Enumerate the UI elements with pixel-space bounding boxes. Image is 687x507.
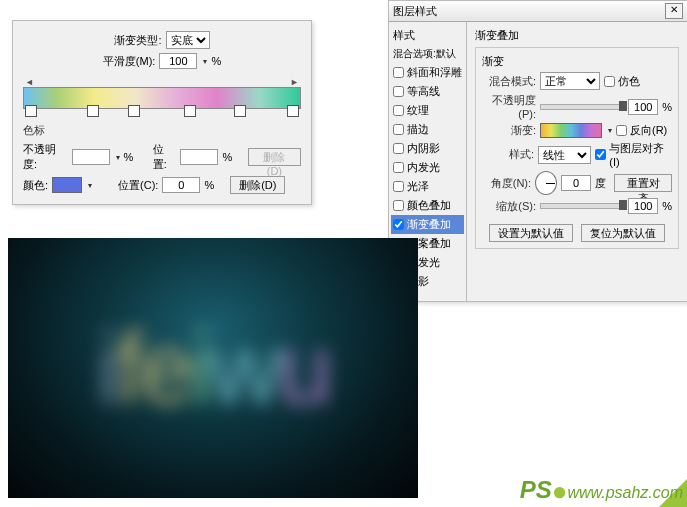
blend-mode-select[interactable]: 正常 — [540, 72, 600, 90]
color-label: 颜色: — [23, 178, 48, 193]
gradient-bar-area: ◄► — [23, 77, 301, 109]
angle-label: 角度(N): — [482, 176, 531, 191]
scale-slider[interactable] — [540, 203, 624, 209]
effect-item[interactable]: 渐变叠加 — [391, 215, 464, 234]
effect-item[interactable]: 颜色叠加 — [391, 196, 464, 215]
stops-section-title: 色标 — [23, 123, 301, 138]
scale-label: 缩放(S): — [482, 199, 536, 214]
effect-label: 渐变叠加 — [407, 217, 451, 232]
dropdown-icon[interactable]: ▾ — [608, 126, 612, 135]
reverse-checkbox[interactable]: 反向(R) — [616, 123, 667, 138]
percent-label: % — [124, 151, 134, 163]
effect-label: 颜色叠加 — [407, 198, 451, 213]
result-preview: ifeiwu — [8, 238, 418, 498]
gradient-editor-panel: 渐变类型: 实底 平滑度(M): ▾ % ◄► 色标 不透明度: ▾ % 位置:… — [12, 20, 312, 205]
dialog-titlebar[interactable]: 图层样式 ✕ — [389, 1, 687, 22]
effect-item[interactable]: 斜面和浮雕 — [391, 63, 464, 82]
preview-text: ifeiwu — [8, 238, 418, 498]
close-icon[interactable]: ✕ — [665, 3, 683, 19]
effect-checkbox[interactable] — [393, 124, 404, 135]
effect-label: 纹理 — [407, 103, 429, 118]
gradient-stop[interactable] — [287, 105, 299, 117]
effect-item[interactable]: 光泽 — [391, 177, 464, 196]
percent-label: % — [204, 179, 214, 191]
effect-checkbox[interactable] — [393, 105, 404, 116]
effect-label: 内阴影 — [407, 141, 440, 156]
stop-opacity-label: 不透明度: — [23, 142, 68, 172]
effect-label: 斜面和浮雕 — [407, 65, 462, 80]
color-position-input[interactable] — [162, 177, 200, 193]
effect-item[interactable]: 纹理 — [391, 101, 464, 120]
reset-default-button[interactable]: 复位为默认值 — [581, 224, 665, 242]
set-default-button[interactable]: 设置为默认值 — [489, 224, 573, 242]
gradient-type-label: 渐变类型: — [114, 33, 161, 48]
stop-position-label: 位置: — [153, 142, 177, 172]
angle-dial[interactable] — [535, 171, 557, 195]
opacity-label: 不透明度(P): — [482, 93, 536, 120]
opacity-slider[interactable] — [540, 104, 624, 110]
dropdown-icon: ▾ — [116, 153, 120, 162]
effect-item[interactable]: 内发光 — [391, 158, 464, 177]
dialog-title: 图层样式 — [393, 4, 437, 19]
gradient-label: 渐变: — [482, 123, 536, 138]
color-position-label: 位置(C): — [118, 178, 158, 193]
group-title: 渐变叠加 — [475, 28, 679, 43]
smoothness-label: 平滑度(M): — [103, 54, 156, 69]
gradient-stop[interactable] — [184, 105, 196, 117]
gradient-stop[interactable] — [128, 105, 140, 117]
effect-item[interactable]: 描边 — [391, 120, 464, 139]
effect-label: 等高线 — [407, 84, 440, 99]
delete-stop-button: 删除(D) — [248, 148, 301, 166]
dither-checkbox[interactable]: 仿色 — [604, 74, 640, 89]
smoothness-input[interactable] — [159, 53, 197, 69]
opacity-input[interactable] — [628, 99, 658, 115]
styles-header: 样式 — [391, 26, 464, 45]
effect-label: 内发光 — [407, 160, 440, 175]
effect-checkbox[interactable] — [393, 219, 404, 230]
effect-item[interactable]: 等高线 — [391, 82, 464, 101]
dropdown-icon[interactable]: ▾ — [88, 181, 92, 190]
style-select[interactable]: 线性 — [538, 146, 591, 164]
right-arrow-icon[interactable]: ► — [290, 77, 299, 87]
blend-default-label[interactable]: 混合选项:默认 — [391, 45, 464, 63]
effect-item[interactable]: 内阴影 — [391, 139, 464, 158]
watermark: PS●www.psahz.com — [520, 474, 683, 505]
dropdown-icon[interactable]: ▾ — [203, 57, 207, 66]
effect-label: 光泽 — [407, 179, 429, 194]
effect-checkbox[interactable] — [393, 67, 404, 78]
gradient-bar[interactable] — [23, 87, 301, 109]
gradient-stop[interactable] — [25, 105, 37, 117]
delete-color-button[interactable]: 删除(D) — [230, 176, 285, 194]
gradient-stop[interactable] — [234, 105, 246, 117]
stop-position-input — [180, 149, 218, 165]
percent-label: % — [222, 151, 232, 163]
blend-mode-label: 混合模式: — [482, 74, 536, 89]
scale-input[interactable] — [628, 198, 658, 214]
effect-settings-panel: 渐变叠加 渐变 混合模式: 正常 仿色 不透明度(P): % 渐变: ▾ 反 — [467, 22, 687, 301]
effect-checkbox[interactable] — [393, 181, 404, 192]
gradient-type-select[interactable]: 实底 — [166, 31, 210, 49]
align-checkbox[interactable]: 与图层对齐(I) — [595, 141, 672, 168]
style-label: 样式: — [482, 147, 534, 162]
effect-checkbox[interactable] — [393, 162, 404, 173]
reset-align-button[interactable]: 重置对齐 — [614, 174, 672, 192]
color-swatch[interactable] — [52, 177, 82, 193]
effect-checkbox[interactable] — [393, 86, 404, 97]
effect-checkbox[interactable] — [393, 143, 404, 154]
stop-opacity-input — [72, 149, 110, 165]
layer-style-dialog: 图层样式 ✕ 样式 混合选项:默认 斜面和浮雕等高线纹理描边内阴影内发光光泽颜色… — [388, 0, 687, 302]
effect-checkbox[interactable] — [393, 200, 404, 211]
left-arrow-icon[interactable]: ◄ — [25, 77, 34, 87]
percent-label: % — [211, 55, 221, 67]
angle-input[interactable] — [561, 175, 591, 191]
subgroup-title: 渐变 — [482, 54, 672, 69]
effect-label: 描边 — [407, 122, 429, 137]
gradient-stop[interactable] — [87, 105, 99, 117]
gradient-preview[interactable] — [540, 123, 602, 138]
